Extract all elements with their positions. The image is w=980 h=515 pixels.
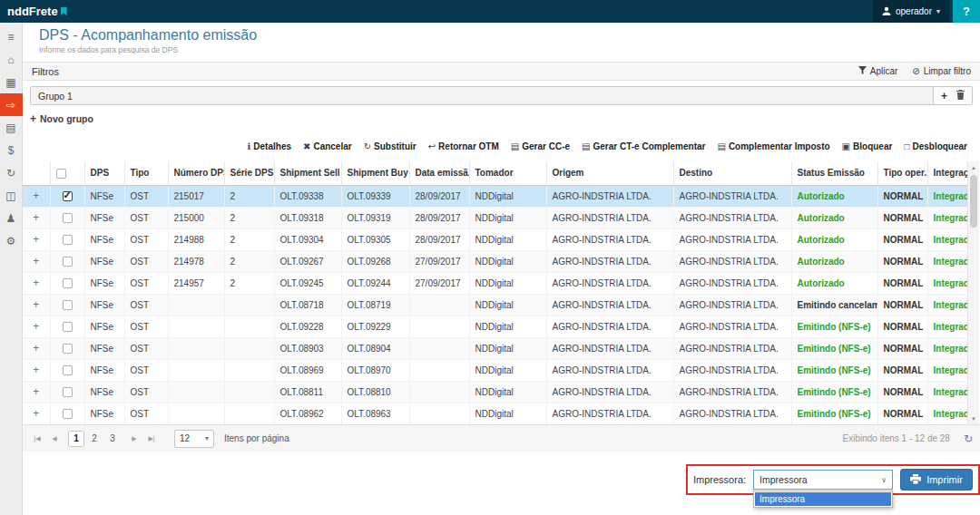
cancelar-button[interactable]: ✖ Cancelar bbox=[303, 141, 352, 151]
row-checkbox[interactable] bbox=[63, 257, 73, 267]
row-expand-button[interactable]: + bbox=[33, 298, 39, 311]
desbloquear-button[interactable]: □ Desbloquear bbox=[904, 141, 967, 151]
user-menu[interactable]: operador ▾ bbox=[873, 0, 949, 23]
row-checkbox[interactable] bbox=[63, 409, 73, 419]
gerar-cce-button[interactable]: ▤ Gerar CC-e bbox=[511, 141, 570, 151]
refresh-icon[interactable]: ↻ bbox=[964, 432, 973, 445]
row-expand-button[interactable]: + bbox=[33, 211, 39, 224]
row-expand-button[interactable]: + bbox=[33, 342, 39, 355]
column-header[interactable]: Tipo oper... bbox=[877, 161, 927, 185]
row-checkbox[interactable] bbox=[63, 387, 73, 397]
column-header[interactable]: Origem bbox=[546, 161, 673, 185]
cell-origem: AGRO-INDSTRIA LTDA. bbox=[546, 359, 673, 381]
sidebar-sync[interactable]: ↻ bbox=[0, 161, 23, 184]
last-page-button[interactable]: ▶| bbox=[144, 431, 159, 447]
row-checkbox[interactable] bbox=[63, 191, 73, 201]
sidebar-company[interactable]: ⌂ bbox=[0, 48, 23, 71]
cell-integracao: Integrado bbox=[927, 207, 967, 228]
sidebar-fleet[interactable]: ◫ bbox=[0, 184, 23, 207]
grid-scrollbar[interactable]: ▲ ▼ bbox=[967, 161, 979, 424]
grid-row[interactable]: + NFSe OST OLT.08903 OLT.08904 NDDigital… bbox=[23, 337, 967, 359]
column-header[interactable]: Integraçã... bbox=[927, 161, 967, 185]
column-header[interactable]: Tipo bbox=[124, 161, 168, 185]
scroll-up-button[interactable]: ▲ bbox=[968, 161, 979, 173]
main-content: DPS - Acompanhamento emissão Informe os … bbox=[23, 23, 980, 515]
row-checkbox[interactable] bbox=[63, 344, 73, 354]
select-all-checkbox[interactable] bbox=[56, 169, 66, 179]
row-expand-button[interactable]: + bbox=[33, 364, 39, 376]
row-expand-button[interactable]: + bbox=[33, 385, 39, 398]
page-button[interactable]: 2 bbox=[86, 431, 103, 447]
grid-row[interactable]: + NFSe OST 214988 2 OLT.09304 OLT.09305 … bbox=[23, 228, 967, 250]
grid-row[interactable]: + NFSe OST OLT.08969 OLT.08970 NDDigital… bbox=[23, 359, 967, 381]
page-button[interactable]: 1 bbox=[68, 431, 84, 447]
help-button[interactable]: ? bbox=[953, 0, 980, 23]
column-header[interactable]: Número DPS bbox=[168, 161, 224, 185]
cell-data-emissao bbox=[409, 337, 469, 359]
detalhes-button[interactable]: ℹ Detalhes bbox=[248, 141, 292, 151]
sidebar-dps-emission[interactable]: ⇨ bbox=[0, 93, 23, 116]
row-checkbox[interactable] bbox=[63, 235, 73, 245]
cell-tipo: OST bbox=[124, 250, 168, 272]
cell-shipment-buy: OLT.09305 bbox=[341, 228, 409, 250]
grid-row[interactable]: + NFSe OST OLT.08718 OLT.08719 NDDigital… bbox=[23, 294, 967, 316]
first-page-button[interactable]: |◀ bbox=[30, 431, 44, 447]
scrollbar-thumb[interactable] bbox=[970, 175, 977, 228]
gerar-cte-complementar-button[interactable]: ▤ Gerar CT-e Complementar bbox=[582, 141, 705, 151]
row-checkbox[interactable] bbox=[63, 365, 73, 375]
column-header[interactable]: Tomador bbox=[469, 161, 546, 185]
printer-select[interactable]: Impressora ∨ bbox=[753, 470, 893, 490]
column-header[interactable]: Shipment Sell bbox=[274, 161, 341, 185]
complementar-imposto-button[interactable]: ▤ Complementar Imposto bbox=[717, 141, 829, 151]
page-title: DPS - Acompanhamento emissão bbox=[39, 27, 980, 44]
row-expand-button[interactable]: + bbox=[33, 189, 39, 202]
row-checkbox[interactable] bbox=[63, 322, 73, 332]
column-header[interactable]: DPS bbox=[84, 161, 124, 185]
apply-filter-button[interactable]: Aplicar bbox=[858, 66, 898, 76]
next-page-button[interactable]: ▶ bbox=[127, 431, 142, 447]
grid-row[interactable]: + NFSe OST 215017 2 OLT.09338 OLT.09339 … bbox=[23, 185, 967, 207]
retornar-otm-button[interactable]: ↩ Retornar OTM bbox=[428, 141, 499, 151]
sidebar-settings[interactable]: ⚙ bbox=[0, 229, 23, 252]
page-button[interactable]: 3 bbox=[104, 431, 121, 447]
row-checkbox[interactable] bbox=[63, 278, 73, 288]
cell-shipment-buy: OLT.09268 bbox=[341, 250, 409, 272]
row-checkbox[interactable] bbox=[63, 300, 73, 310]
action-icon: ↩ bbox=[428, 141, 436, 151]
column-header[interactable]: Data emissã... bbox=[409, 161, 469, 185]
scroll-down-button[interactable]: ▼ bbox=[968, 413, 979, 424]
printer-option[interactable]: Impressora bbox=[755, 492, 891, 506]
row-expand-button[interactable]: + bbox=[33, 255, 39, 267]
cell-numero-dps bbox=[168, 359, 224, 381]
add-filter-icon[interactable]: + bbox=[941, 91, 947, 102]
grid-row[interactable]: + NFSe OST 214978 2 OLT.09267 OLT.09268 … bbox=[23, 250, 967, 272]
sidebar-billing[interactable]: $ bbox=[0, 139, 23, 161]
column-header[interactable]: Status Emissão bbox=[791, 161, 877, 185]
page-size-select[interactable]: 12 ▾ bbox=[174, 430, 214, 448]
row-expand-button[interactable]: + bbox=[33, 320, 39, 333]
grid-row[interactable]: + NFSe OST 215000 2 OLT.09318 OLT.09319 … bbox=[23, 207, 967, 228]
grid-row[interactable]: + NFSe OST 214957 2 OLT.09245 OLT.09244 … bbox=[23, 272, 967, 294]
row-expand-button[interactable]: + bbox=[33, 233, 39, 246]
grid-row[interactable]: + NFSe OST OLT.08962 OLT.08963 NDDigital… bbox=[23, 403, 967, 424]
filter-group-panel[interactable]: Grupo 1 + bbox=[30, 86, 973, 105]
column-header[interactable]: Série DPS bbox=[224, 161, 274, 185]
substituir-button[interactable]: ↻ Substituir bbox=[364, 141, 416, 151]
row-expand-button[interactable]: + bbox=[33, 277, 39, 289]
prev-page-button[interactable]: ◀ bbox=[47, 431, 62, 447]
sidebar-menu-toggle[interactable]: ≡ bbox=[0, 25, 23, 48]
row-checkbox[interactable] bbox=[63, 213, 73, 223]
column-header[interactable]: Shipment Buy bbox=[341, 161, 409, 185]
grid-row[interactable]: + NFSe OST OLT.09228 OLT.09229 NDDigital… bbox=[23, 316, 967, 337]
clear-filter-button[interactable]: ⊘ Limpar filtro bbox=[912, 66, 971, 76]
new-group-button[interactable]: + Novo grupo bbox=[30, 113, 93, 124]
column-header[interactable]: Destino bbox=[673, 161, 791, 185]
trash-icon[interactable] bbox=[956, 90, 965, 102]
row-expand-button[interactable]: + bbox=[33, 407, 39, 420]
sidebar-documents[interactable]: ▤ bbox=[0, 116, 23, 139]
sidebar-shipments[interactable]: ▦ bbox=[0, 71, 23, 93]
bloquear-button[interactable]: ▣ Bloquear bbox=[842, 141, 893, 151]
grid-row[interactable]: + NFSe OST OLT.08811 OLT.08810 NDDigital… bbox=[23, 381, 967, 403]
sidebar-users[interactable]: ♟ bbox=[0, 207, 23, 229]
print-button[interactable]: Imprimir bbox=[900, 469, 973, 491]
